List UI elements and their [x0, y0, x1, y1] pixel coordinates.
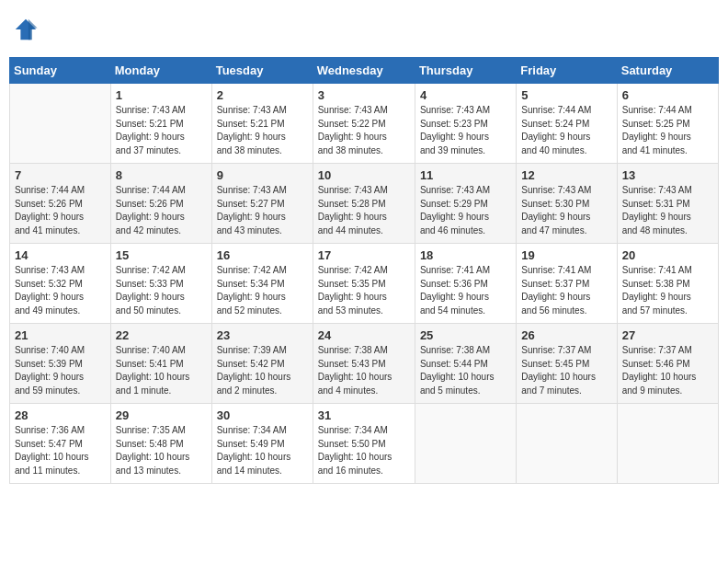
day-info: Sunrise: 7:38 AM Sunset: 5:44 PM Dayligh…	[420, 344, 511, 397]
calendar-cell: 27Sunrise: 7:37 AM Sunset: 5:46 PM Dayli…	[617, 324, 718, 404]
weekday-header-sunday: Sunday	[10, 58, 111, 84]
logo	[13, 17, 42, 42]
calendar-cell: 9Sunrise: 7:43 AM Sunset: 5:27 PM Daylig…	[211, 164, 313, 244]
day-info: Sunrise: 7:40 AM Sunset: 5:41 PM Dayligh…	[116, 344, 207, 397]
weekday-header-friday: Friday	[517, 58, 617, 84]
calendar-cell: 14Sunrise: 7:43 AM Sunset: 5:32 PM Dayli…	[10, 244, 111, 324]
calendar-cell: 12Sunrise: 7:43 AM Sunset: 5:30 PM Dayli…	[517, 164, 617, 244]
day-info: Sunrise: 7:39 AM Sunset: 5:42 PM Dayligh…	[217, 344, 308, 397]
weekday-header-thursday: Thursday	[415, 58, 516, 84]
day-info: Sunrise: 7:43 AM Sunset: 5:28 PM Dayligh…	[318, 184, 410, 237]
day-number: 29	[116, 408, 207, 422]
day-info: Sunrise: 7:41 AM Sunset: 5:37 PM Dayligh…	[521, 264, 611, 317]
page-header	[9, 9, 719, 50]
day-info: Sunrise: 7:34 AM Sunset: 5:50 PM Dayligh…	[318, 424, 410, 477]
weekday-header-monday: Monday	[110, 58, 211, 84]
day-number: 19	[521, 248, 611, 262]
day-info: Sunrise: 7:44 AM Sunset: 5:26 PM Dayligh…	[116, 184, 207, 237]
calendar-cell: 3Sunrise: 7:43 AM Sunset: 5:22 PM Daylig…	[313, 84, 415, 164]
calendar-cell: 2Sunrise: 7:43 AM Sunset: 5:21 PM Daylig…	[211, 84, 313, 164]
day-number: 22	[116, 328, 207, 342]
day-info: Sunrise: 7:35 AM Sunset: 5:48 PM Dayligh…	[116, 424, 207, 477]
day-number: 5	[521, 88, 611, 102]
day-number: 10	[318, 168, 410, 182]
day-info: Sunrise: 7:34 AM Sunset: 5:49 PM Dayligh…	[217, 424, 308, 477]
calendar-cell: 17Sunrise: 7:42 AM Sunset: 5:35 PM Dayli…	[313, 244, 415, 324]
day-info: Sunrise: 7:42 AM Sunset: 5:34 PM Dayligh…	[217, 264, 308, 317]
day-number: 7	[15, 168, 106, 182]
day-info: Sunrise: 7:44 AM Sunset: 5:26 PM Dayligh…	[15, 184, 106, 237]
day-info: Sunrise: 7:37 AM Sunset: 5:46 PM Dayligh…	[622, 344, 713, 397]
day-info: Sunrise: 7:43 AM Sunset: 5:23 PM Dayligh…	[420, 104, 511, 157]
day-info: Sunrise: 7:43 AM Sunset: 5:29 PM Dayligh…	[420, 184, 511, 237]
svg-marker-0	[16, 19, 36, 40]
calendar-cell: 31Sunrise: 7:34 AM Sunset: 5:50 PM Dayli…	[313, 404, 415, 484]
weekday-header-saturday: Saturday	[617, 58, 718, 84]
calendar-cell: 11Sunrise: 7:43 AM Sunset: 5:29 PM Dayli…	[415, 164, 516, 244]
calendar-cell: 4Sunrise: 7:43 AM Sunset: 5:23 PM Daylig…	[415, 84, 516, 164]
calendar-cell: 25Sunrise: 7:38 AM Sunset: 5:44 PM Dayli…	[415, 324, 516, 404]
logo-icon	[13, 17, 39, 42]
calendar-cell: 19Sunrise: 7:41 AM Sunset: 5:37 PM Dayli…	[517, 244, 617, 324]
calendar-cell	[517, 404, 617, 484]
calendar-week-row: 14Sunrise: 7:43 AM Sunset: 5:32 PM Dayli…	[10, 244, 719, 324]
calendar-cell: 22Sunrise: 7:40 AM Sunset: 5:41 PM Dayli…	[110, 324, 211, 404]
day-info: Sunrise: 7:43 AM Sunset: 5:32 PM Dayligh…	[15, 264, 106, 317]
calendar-cell: 5Sunrise: 7:44 AM Sunset: 5:24 PM Daylig…	[517, 84, 617, 164]
day-info: Sunrise: 7:36 AM Sunset: 5:47 PM Dayligh…	[15, 424, 106, 477]
day-number: 13	[622, 168, 713, 182]
day-number: 23	[217, 328, 308, 342]
calendar-cell	[415, 404, 516, 484]
day-info: Sunrise: 7:43 AM Sunset: 5:21 PM Dayligh…	[217, 104, 308, 157]
day-info: Sunrise: 7:43 AM Sunset: 5:30 PM Dayligh…	[521, 184, 611, 237]
day-number: 4	[420, 88, 511, 102]
day-info: Sunrise: 7:43 AM Sunset: 5:22 PM Dayligh…	[318, 104, 410, 157]
calendar-cell: 30Sunrise: 7:34 AM Sunset: 5:49 PM Dayli…	[211, 404, 313, 484]
day-number: 9	[217, 168, 308, 182]
day-info: Sunrise: 7:43 AM Sunset: 5:31 PM Dayligh…	[622, 184, 713, 237]
day-number: 1	[116, 88, 207, 102]
calendar-cell: 24Sunrise: 7:38 AM Sunset: 5:43 PM Dayli…	[313, 324, 415, 404]
calendar-week-row: 21Sunrise: 7:40 AM Sunset: 5:39 PM Dayli…	[10, 324, 719, 404]
day-number: 18	[420, 248, 511, 262]
calendar-cell: 10Sunrise: 7:43 AM Sunset: 5:28 PM Dayli…	[313, 164, 415, 244]
day-info: Sunrise: 7:42 AM Sunset: 5:33 PM Dayligh…	[116, 264, 207, 317]
weekday-header-row: SundayMondayTuesdayWednesdayThursdayFrid…	[10, 58, 719, 84]
day-number: 8	[116, 168, 207, 182]
day-info: Sunrise: 7:41 AM Sunset: 5:36 PM Dayligh…	[420, 264, 511, 317]
day-number: 31	[318, 408, 410, 422]
day-info: Sunrise: 7:41 AM Sunset: 5:38 PM Dayligh…	[622, 264, 713, 317]
day-info: Sunrise: 7:44 AM Sunset: 5:24 PM Dayligh…	[521, 104, 611, 157]
calendar-week-row: 28Sunrise: 7:36 AM Sunset: 5:47 PM Dayli…	[10, 404, 719, 484]
calendar-cell: 29Sunrise: 7:35 AM Sunset: 5:48 PM Dayli…	[110, 404, 211, 484]
calendar-cell: 20Sunrise: 7:41 AM Sunset: 5:38 PM Dayli…	[617, 244, 718, 324]
day-number: 11	[420, 168, 511, 182]
calendar-cell	[617, 404, 718, 484]
weekday-header-tuesday: Tuesday	[211, 58, 313, 84]
calendar-cell: 1Sunrise: 7:43 AM Sunset: 5:21 PM Daylig…	[110, 84, 211, 164]
day-number: 27	[622, 328, 713, 342]
day-number: 26	[521, 328, 611, 342]
calendar-week-row: 7Sunrise: 7:44 AM Sunset: 5:26 PM Daylig…	[10, 164, 719, 244]
calendar-cell: 18Sunrise: 7:41 AM Sunset: 5:36 PM Dayli…	[415, 244, 516, 324]
day-number: 17	[318, 248, 410, 262]
calendar-cell: 6Sunrise: 7:44 AM Sunset: 5:25 PM Daylig…	[617, 84, 718, 164]
day-info: Sunrise: 7:43 AM Sunset: 5:27 PM Dayligh…	[217, 184, 308, 237]
day-number: 28	[15, 408, 106, 422]
day-number: 21	[15, 328, 106, 342]
calendar-cell: 13Sunrise: 7:43 AM Sunset: 5:31 PM Dayli…	[617, 164, 718, 244]
calendar-week-row: 1Sunrise: 7:43 AM Sunset: 5:21 PM Daylig…	[10, 84, 719, 164]
day-number: 14	[15, 248, 106, 262]
day-info: Sunrise: 7:44 AM Sunset: 5:25 PM Dayligh…	[622, 104, 713, 157]
day-info: Sunrise: 7:43 AM Sunset: 5:21 PM Dayligh…	[116, 104, 207, 157]
weekday-header-wednesday: Wednesday	[313, 58, 415, 84]
day-number: 16	[217, 248, 308, 262]
day-number: 30	[217, 408, 308, 422]
day-number: 2	[217, 88, 308, 102]
day-info: Sunrise: 7:40 AM Sunset: 5:39 PM Dayligh…	[15, 344, 106, 397]
day-info: Sunrise: 7:37 AM Sunset: 5:45 PM Dayligh…	[521, 344, 611, 397]
calendar-cell: 8Sunrise: 7:44 AM Sunset: 5:26 PM Daylig…	[110, 164, 211, 244]
calendar-cell: 26Sunrise: 7:37 AM Sunset: 5:45 PM Dayli…	[517, 324, 617, 404]
day-info: Sunrise: 7:38 AM Sunset: 5:43 PM Dayligh…	[318, 344, 410, 397]
calendar-cell	[10, 84, 111, 164]
